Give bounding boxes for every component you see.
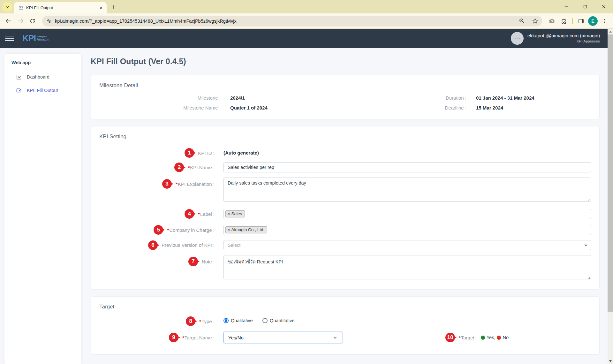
milestone-name-label: Milestone Name : [99, 105, 221, 110]
company-tag-input[interactable]: ×Aimagin Co., Ltd. [223, 225, 591, 235]
hamburger-menu-icon[interactable] [5, 36, 14, 41]
step-badge-8: 8 [186, 316, 195, 326]
tab-title: KPI Fill Output [26, 5, 96, 10]
toolbar-divider [572, 18, 573, 24]
tag-chip: ×Aimagin Co., Ltd. [225, 226, 267, 233]
sidebar: Web app Dashboard KPI: Fill Output [4, 54, 81, 364]
radio-quantitative[interactable]: Quantitative [262, 318, 294, 323]
new-tab-button[interactable] [109, 2, 118, 12]
kpi-name-label: KPI Name : [188, 165, 215, 170]
step-badge-3: 3 [162, 179, 172, 189]
target-section-title: Target [99, 304, 591, 310]
tab-search-button[interactable] [3, 2, 12, 12]
sidebar-item-dashboard[interactable]: Dashboard [4, 70, 81, 84]
scroll-down-icon[interactable] [608, 359, 613, 364]
user-email: ekkapot.j@aimagin.com (aimagin) [527, 33, 600, 39]
remove-tag-icon[interactable]: × [228, 211, 230, 216]
step-badge-6: 6 [148, 240, 158, 250]
url-text[interactable]: kpi.aimagin.com/?_appId=app_170254531448… [55, 19, 513, 24]
edit-icon [16, 87, 22, 94]
main-content: KPI Fill Output (Ver 0.4.5) Milestone De… [81, 48, 608, 364]
note-label: Note : [202, 259, 215, 264]
step-badge-2: 2 [174, 163, 184, 172]
user-avatar: 32 x 32 [511, 32, 524, 45]
page-body: Web app Dashboard KPI: Fill Output KPI F… [0, 48, 608, 364]
radio-selected-icon[interactable] [223, 318, 229, 323]
kpi-setting-section-title: KPI Setting [99, 133, 591, 140]
radio-qualitative[interactable]: Qualitative [223, 318, 253, 323]
step-badge-7: 7 [188, 257, 198, 266]
select-placeholder: Select [228, 243, 240, 248]
deadline-value: 15 Mar 2024 [476, 105, 503, 110]
duration-value: 01 Jan 2024 - 31 Mar 2024 [476, 95, 534, 101]
tag-chip: ×Sales [225, 210, 245, 217]
label-tag-input[interactable]: ×Sales [223, 209, 591, 219]
browser-tabstrip: KPI KPI Fill Output [0, 0, 613, 13]
milestone-section-title: Milestone Detail [99, 82, 591, 89]
browser-tab[interactable]: KPI KPI Fill Output [14, 2, 107, 13]
chevron-down-icon [333, 335, 337, 340]
logo-kpi-text: KPI [22, 34, 36, 43]
tab-close-icon[interactable] [99, 5, 103, 10]
caret-down-icon [584, 245, 587, 248]
no-dot-icon [497, 336, 501, 340]
milestone-value: 2024/1 [230, 95, 245, 101]
milestone-detail-card: Milestone Detail Milestone : 2024/1 Mile… [91, 75, 600, 119]
step-badge-9: 9 [169, 333, 178, 342]
previous-version-label: Previous Version of KPI : [162, 242, 215, 248]
yes-label: Yes, [487, 335, 496, 340]
maximize-icon[interactable] [576, 0, 594, 13]
kpi-name-input[interactable] [223, 162, 591, 172]
menu-kebab-icon[interactable] [600, 16, 610, 26]
type-label: Type : [199, 319, 215, 324]
step-badge-10: 10 [445, 333, 455, 342]
page-scrollbar[interactable] [608, 29, 613, 364]
remove-tag-icon[interactable]: × [228, 227, 230, 232]
note-textarea[interactable]: ขอเพิ่มตัวชี้วัด Request KPI [223, 255, 591, 279]
step-badge-1: 1 [185, 148, 194, 158]
camera-icon[interactable] [547, 16, 557, 26]
close-icon[interactable] [594, 0, 613, 13]
scroll-up-icon[interactable] [608, 29, 613, 34]
minimize-icon[interactable] [557, 0, 576, 13]
scrollbar-thumb[interactable] [608, 34, 613, 312]
target-legend-label: Target : [459, 335, 477, 340]
browser-profile-avatar[interactable]: E [588, 16, 598, 26]
kpi-id-label: KPI ID : [198, 150, 215, 156]
extensions-icon[interactable] [559, 16, 569, 26]
refresh-icon[interactable] [27, 16, 38, 26]
radio-unselected-icon[interactable] [262, 318, 268, 323]
url-bar[interactable]: kpi.aimagin.com/?_appId=app_170254531448… [42, 16, 542, 27]
user-role: KPI Appraisee [527, 39, 600, 43]
target-card: Target 8 Type : Qualitative Quantita [91, 296, 600, 354]
user-box[interactable]: 32 x 32 ekkapot.j@aimagin.com (aimagin) … [511, 32, 600, 45]
chevron-down-icon [5, 4, 10, 10]
target-name-value: Yes/No [228, 335, 244, 340]
kpi-id-value: (Auto generate) [223, 150, 259, 155]
kpi-setting-card: KPI Setting 1 KPI ID : (Auto generate) 2… [91, 126, 600, 289]
step-badge-4: 4 [185, 209, 194, 219]
sidebar-item-kpi-fill-output[interactable]: KPI: Fill Output [4, 84, 81, 97]
forward-icon[interactable] [15, 16, 26, 26]
back-icon[interactable] [3, 16, 13, 26]
window-controls [557, 0, 613, 13]
target-name-select[interactable]: Yes/No [223, 332, 342, 343]
kpi-explanation-label: KPI Explanation : [176, 181, 215, 187]
kpi-explanation-textarea[interactable]: Daily sales tasks completed every day [223, 178, 591, 202]
yes-dot-icon [481, 336, 485, 340]
site-info-icon[interactable] [46, 18, 52, 24]
page-title: KPI Fill Output (Ver 0.4.5) [91, 57, 600, 66]
bookmark-star-icon[interactable] [530, 16, 540, 26]
logo-aimagin-text: Aimagin [37, 38, 49, 41]
app-header: KPI Analytics Aimagin 32 x 32 ekkapot.j@… [0, 29, 608, 48]
line-chart-icon [16, 74, 22, 80]
app-logo[interactable]: KPI Analytics Aimagin [22, 34, 49, 43]
deadline-label: Deadline : [345, 105, 466, 110]
side-panel-icon[interactable] [576, 16, 586, 26]
milestone-name-value: Quater 1 of 2024 [230, 105, 268, 110]
sidebar-section-label: Web app [4, 60, 81, 65]
zoom-out-icon[interactable] [517, 16, 527, 26]
previous-version-select[interactable]: Select [223, 240, 591, 250]
browser-toolbar: kpi.aimagin.com/?_appId=app_170254531448… [0, 13, 613, 29]
target-legend: 10 Target : Yes, No [445, 333, 509, 342]
